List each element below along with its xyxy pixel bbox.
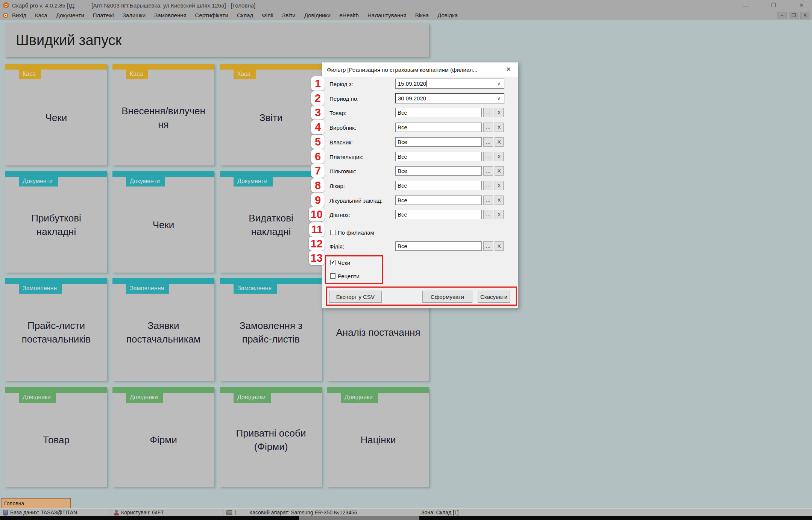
lookup-browse-button[interactable]: … (483, 181, 493, 190)
lookup-input[interactable] (395, 196, 482, 205)
tile-2[interactable]: КасаВнесення/вилучен ня (112, 64, 214, 165)
tile-category-bar (112, 171, 214, 177)
lookup-input[interactable] (395, 137, 482, 147)
lookup-clear-button[interactable]: X (495, 123, 504, 132)
lookup-browse-button[interactable]: … (483, 123, 493, 132)
lookup-clear-button[interactable]: X (495, 210, 504, 219)
status-text: База даних: TASA3@TITAN (10, 509, 77, 515)
field-label: Товар: (329, 110, 346, 116)
tile-category-bar (220, 387, 322, 393)
tile-title: Приватні особи (Фірми) (220, 393, 322, 487)
tile-3[interactable]: КасаЗвіти (220, 64, 322, 165)
close-button[interactable]: ✕ (796, 2, 807, 9)
status-section-2: Користувач: GIFT (111, 509, 223, 516)
lookup-input[interactable] (395, 241, 482, 251)
lookup-clear-button[interactable]: X (495, 196, 504, 205)
tab-golovna[interactable]: Головна (1, 498, 71, 508)
dialog-close-icon[interactable]: ✕ (504, 65, 513, 74)
lookup-clear-button[interactable]: X (495, 181, 504, 190)
status-text: Зона: Склад [1] (421, 509, 459, 515)
tile-9[interactable]: ЗамовленняЗамовлення з прайс-листів (220, 278, 322, 381)
menu-item-14[interactable]: Вікна (415, 12, 429, 18)
lookup-browse-button[interactable]: … (483, 210, 493, 219)
tile-category-bar (220, 64, 322, 70)
lookup-clear-button[interactable]: X (495, 241, 504, 251)
menu-item-1[interactable]: Вихід (12, 12, 26, 18)
status-text: 1 (234, 509, 237, 515)
date-combo[interactable]: 15.09.2020∨ (395, 79, 504, 89)
menu-item-11[interactable]: Довідники (304, 12, 331, 18)
mdi-minimize-button[interactable]: – (777, 12, 787, 19)
annotation-number-13: 13 (309, 251, 325, 265)
status-section-4: Касовий апарат: Samsung ER-350 №123456 (246, 509, 418, 516)
bottom-edge-strip (0, 516, 812, 520)
tile-12[interactable]: ДовідникиФірми (112, 387, 214, 487)
app-window: { "window": { "title": "Скарб pro v. 4.0… (0, 0, 812, 520)
tile-4[interactable]: ДокументиПрибуткові накладні (5, 171, 107, 273)
tile-14[interactable]: ДовідникиНацінки (327, 387, 429, 487)
lookup-clear-button[interactable]: X (495, 137, 504, 147)
bottom-edge-segment (299, 516, 419, 520)
menu-item-13[interactable]: Налаштування (367, 12, 407, 18)
lookup-browse-button[interactable]: … (483, 137, 493, 147)
status-section-3: 1 (223, 509, 246, 516)
lookup-input[interactable] (395, 108, 482, 117)
annotation-number-1: 1 (311, 76, 325, 91)
checkbox-по филиалам[interactable] (330, 230, 335, 235)
status-section-1: База даних: TASA3@TITAN (0, 509, 111, 516)
menu-item-9[interactable]: Філії (262, 12, 273, 18)
status-text: Касовий апарат: Samsung ER-350 №123456 (249, 509, 357, 515)
lookup-browse-button[interactable]: … (483, 108, 493, 117)
lookup-input[interactable] (395, 210, 482, 219)
window-title: Скарб pro v. 4.0.2.85 [ІД: - [Апт №003 п… (12, 2, 255, 9)
menu-item-15[interactable]: Довідка (437, 12, 458, 18)
lookup-input[interactable] (395, 181, 482, 190)
lookup-clear-button[interactable]: X (495, 166, 504, 176)
tile-5[interactable]: ДокументиЧеки (112, 171, 214, 273)
menu-item-10[interactable]: Звіти (282, 12, 296, 18)
mdi-close-button[interactable]: ✕ (800, 12, 810, 19)
menu-item-8[interactable]: Склад (237, 12, 253, 18)
tile-11[interactable]: ДовідникиТовар (5, 387, 107, 487)
lookup-clear-button[interactable]: X (495, 152, 504, 161)
date-combo[interactable]: 30.09.2020∨ (395, 93, 504, 103)
status-text: Користувач: GIFT (121, 509, 164, 515)
annotation-number-12: 12 (309, 237, 325, 251)
dialog-titlebar[interactable]: Фильтр [Реализация по страховым компания… (322, 62, 518, 77)
menu-item-7[interactable]: Сертифікати (195, 12, 228, 18)
menu-item-3[interactable]: Документи (56, 12, 84, 18)
field-label: Виробник: (329, 124, 356, 131)
chevron-down-icon[interactable]: ∨ (497, 81, 501, 86)
date-value: 15.09.2020 (398, 80, 426, 87)
restore-button[interactable]: ❐ (768, 2, 779, 9)
tile-13[interactable]: ДовідникиПриватні особи (Фірми) (220, 387, 322, 487)
lookup-browse-button[interactable]: … (483, 152, 493, 161)
menu-item-6[interactable]: Замовлення (154, 12, 186, 18)
mdi-restore-button[interactable]: ❐ (789, 12, 798, 19)
tile-title: Прайс-листи постачальників (5, 284, 107, 381)
lookup-clear-button[interactable]: X (495, 108, 504, 117)
tile-1[interactable]: КасаЧеки (5, 64, 107, 165)
lookup-input[interactable] (395, 166, 482, 176)
annotation-number-8: 8 (311, 178, 325, 193)
dialog-title: Фильтр [Реализация по страховым компания… (327, 67, 478, 73)
menu-item-5[interactable]: Залишки (123, 12, 146, 18)
tile-8[interactable]: ЗамовленняЗаявки постачальникам (112, 278, 214, 381)
lookup-input[interactable] (395, 152, 482, 161)
tile-6[interactable]: ДокументиВидаткові накладні (220, 171, 322, 273)
tile-title: Заявки постачальникам (112, 284, 214, 381)
tile-7[interactable]: ЗамовленняПрайс-листи постачальників (5, 278, 107, 381)
tile-category-bar (327, 387, 429, 393)
lookup-browse-button[interactable]: … (483, 196, 493, 205)
lookup-browse-button[interactable]: … (483, 241, 493, 251)
chevron-down-icon[interactable]: ∨ (497, 96, 501, 101)
field-label: Лікувальний заклад: (329, 197, 382, 204)
lookup-input[interactable] (395, 123, 482, 132)
menu-item-12[interactable]: eHealth (339, 12, 359, 18)
menu-item-4[interactable]: Платежі (93, 12, 114, 18)
date-value: 30.09.2020 (398, 95, 426, 102)
lookup-browse-button[interactable]: … (483, 166, 493, 176)
minimize-button[interactable]: — (741, 2, 751, 9)
menu-item-2[interactable]: Каса (35, 12, 47, 18)
text-cursor (426, 80, 427, 87)
